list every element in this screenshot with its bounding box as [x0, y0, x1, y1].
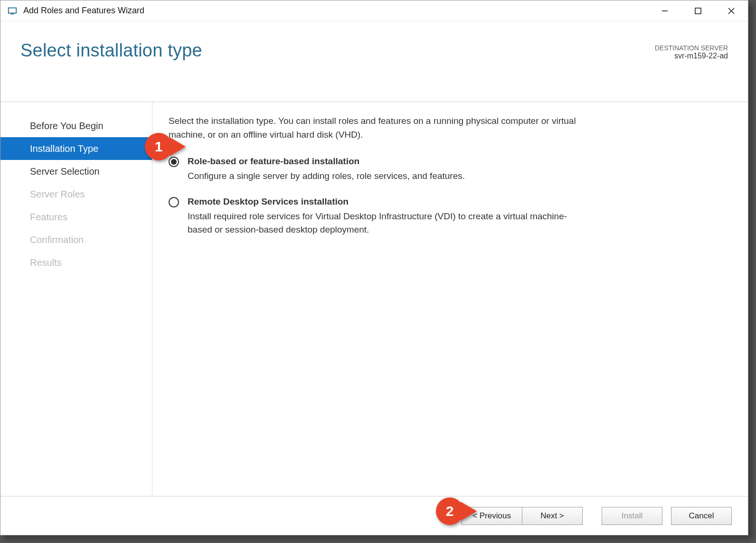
header: Select installation type DESTINATION SER…: [0, 21, 748, 102]
app-icon: [7, 6, 18, 16]
option-desc: Configure a single server by adding role…: [188, 169, 586, 183]
step-confirmation: Confirmation: [0, 228, 152, 251]
wizard-window: Add Roles and Features Wizard Select ins…: [0, 0, 748, 535]
install-button: Install: [602, 507, 662, 525]
footer: < Previous Next > Install Cancel: [0, 496, 748, 535]
radio-role-based[interactable]: [169, 157, 179, 167]
step-installation-type[interactable]: Installation Type: [0, 137, 152, 160]
option-title: Remote Desktop Services installation: [188, 195, 586, 209]
body: Before You Begin Installation Type Serve…: [0, 102, 748, 496]
window-controls: [648, 0, 748, 21]
minimize-button[interactable]: [648, 0, 681, 21]
destination-server: svr-m159-22-ad: [655, 52, 728, 60]
window-title: Add Roles and Features Wizard: [23, 6, 144, 16]
step-results: Results: [0, 251, 152, 274]
option-role-based[interactable]: Role-based or feature-based installation…: [169, 155, 586, 183]
svg-rect-3: [695, 8, 701, 14]
main-panel: Select the installation type. You can in…: [152, 102, 728, 496]
option-text: Remote Desktop Services installation Ins…: [188, 195, 586, 237]
page-title: Select installation type: [20, 40, 728, 61]
sidebar: Before You Begin Installation Type Serve…: [0, 102, 152, 496]
step-server-roles: Server Roles: [0, 183, 152, 206]
previous-button[interactable]: < Previous: [461, 507, 522, 525]
step-features: Features: [0, 206, 152, 228]
next-button[interactable]: Next >: [522, 507, 583, 525]
option-text: Role-based or feature-based installation…: [188, 155, 586, 183]
option-desc: Install required role services for Virtu…: [188, 210, 586, 237]
destination-block: DESTINATION SERVER svr-m159-22-ad: [655, 44, 728, 60]
titlebar: Add Roles and Features Wizard: [0, 0, 748, 21]
step-server-selection[interactable]: Server Selection: [0, 160, 152, 183]
nav-button-group: < Previous Next >: [461, 507, 583, 525]
maximize-button[interactable]: [681, 0, 715, 21]
option-rds[interactable]: Remote Desktop Services installation Ins…: [169, 195, 586, 237]
close-button[interactable]: [715, 0, 748, 21]
option-title: Role-based or feature-based installation: [188, 155, 586, 169]
radio-rds[interactable]: [169, 197, 179, 207]
instruction-text: Select the installation type. You can in…: [169, 114, 586, 141]
destination-label: DESTINATION SERVER: [655, 44, 728, 52]
svg-rect-0: [9, 8, 17, 13]
svg-rect-1: [10, 13, 14, 14]
step-before-you-begin[interactable]: Before You Begin: [0, 114, 152, 137]
cancel-button[interactable]: Cancel: [671, 507, 732, 525]
